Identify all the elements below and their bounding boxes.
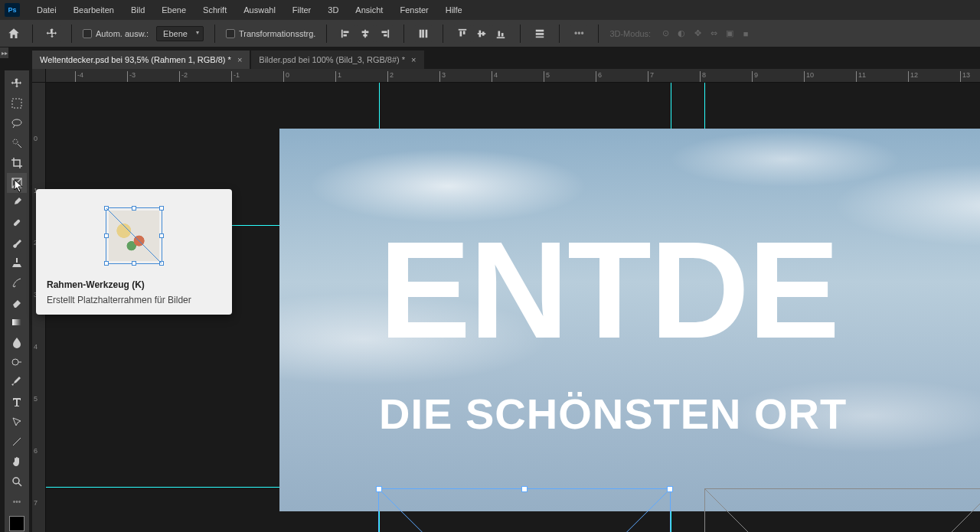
svg-line-37 xyxy=(705,489,980,532)
align-top-icon[interactable] xyxy=(454,25,471,42)
svg-rect-16 xyxy=(479,30,482,37)
svg-rect-4 xyxy=(362,31,369,33)
eyedropper-tool[interactable] xyxy=(7,193,27,213)
3d-orbit-icon[interactable]: ⊙ xyxy=(658,27,672,41)
marquee-tool[interactable] xyxy=(7,93,27,113)
svg-rect-1 xyxy=(344,31,349,33)
frame-selection[interactable] xyxy=(378,488,671,532)
dodge-tool[interactable] xyxy=(7,352,27,372)
left-toolbar: ••• xyxy=(5,70,29,532)
3d-zoom-icon[interactable]: ▣ xyxy=(723,27,737,41)
align-center-v-icon[interactable] xyxy=(473,25,490,42)
svg-point-32 xyxy=(12,359,18,365)
svg-rect-7 xyxy=(382,31,387,33)
svg-line-36 xyxy=(379,489,670,532)
svg-rect-6 xyxy=(388,29,390,38)
ruler-horizontal[interactable]: -4 -3 -2 -1 0 1 2 3 4 5 6 7 8 9 10 11 12… xyxy=(46,69,980,83)
brush-tool[interactable] xyxy=(7,233,27,253)
handle-tr[interactable] xyxy=(667,486,673,492)
hand-tool[interactable] xyxy=(7,452,27,472)
svg-rect-18 xyxy=(497,37,505,38)
menu-window[interactable]: Fenster xyxy=(392,2,436,18)
svg-rect-13 xyxy=(460,31,462,36)
healing-tool[interactable] xyxy=(7,213,27,233)
panel-collapse-icon[interactable]: ▸▸ xyxy=(0,47,8,58)
frame-placeholder[interactable] xyxy=(704,488,980,532)
options-bar: Autom. ausw.: Ebene Transformationsstrg.… xyxy=(0,20,980,47)
menu-help[interactable]: Hilfe xyxy=(438,2,470,18)
handle-tl[interactable] xyxy=(376,486,382,492)
auto-select-checkbox[interactable]: Autom. ausw.: xyxy=(83,29,149,38)
menu-type[interactable]: Schrift xyxy=(195,2,234,18)
svg-line-33 xyxy=(13,438,21,446)
menu-filter[interactable]: Filter xyxy=(285,2,318,18)
align-left-icon[interactable] xyxy=(338,25,354,42)
distribute-v-icon[interactable] xyxy=(531,25,548,42)
lasso-tool[interactable] xyxy=(7,113,27,133)
svg-rect-14 xyxy=(463,31,466,34)
svg-rect-24 xyxy=(12,99,21,108)
menu-layer[interactable]: Ebene xyxy=(154,2,194,18)
svg-rect-19 xyxy=(498,31,501,36)
svg-line-35 xyxy=(379,489,670,532)
align-right-icon[interactable] xyxy=(376,25,393,42)
move-tool-icon[interactable] xyxy=(44,25,60,42)
close-icon[interactable]: × xyxy=(411,55,416,64)
svg-rect-20 xyxy=(501,33,504,36)
move-tool[interactable] xyxy=(7,73,27,93)
align-center-h-icon[interactable] xyxy=(357,25,374,42)
more-options-icon[interactable]: ••• xyxy=(570,25,587,42)
svg-rect-21 xyxy=(536,29,544,31)
artboard: ENTDE DIE SCHÖNSTEN ORT xyxy=(279,129,980,511)
line-tool[interactable] xyxy=(7,432,27,452)
menu-3d[interactable]: 3D xyxy=(320,2,346,18)
menu-view[interactable]: Ansicht xyxy=(348,2,390,18)
svg-rect-5 xyxy=(364,34,368,36)
svg-rect-17 xyxy=(482,31,485,35)
layer-dropdown[interactable]: Ebene xyxy=(156,26,204,41)
svg-rect-23 xyxy=(536,36,544,38)
svg-rect-10 xyxy=(423,29,425,38)
foreground-color[interactable] xyxy=(9,516,24,531)
subline-text: DIE SCHÖNSTEN ORT xyxy=(379,389,847,439)
blur-tool[interactable] xyxy=(7,332,27,352)
close-icon[interactable]: × xyxy=(237,55,242,64)
gradient-tool[interactable] xyxy=(7,312,27,332)
menu-edit[interactable]: Bearbeiten xyxy=(66,2,122,18)
svg-line-38 xyxy=(705,489,980,532)
transform-controls-checkbox[interactable]: Transformationsstrg. xyxy=(226,29,315,38)
3d-slide-icon[interactable]: ⇔ xyxy=(707,27,720,41)
tooltip-preview-icon xyxy=(106,207,162,264)
tab-bilder[interactable]: Bilder.psd bei 100% (Bild_3, RGB/8#) * × xyxy=(251,51,423,69)
3d-roll-icon[interactable]: ◐ xyxy=(675,27,688,41)
ruler-corner[interactable] xyxy=(32,69,46,83)
edit-toolbar-icon[interactable]: ••• xyxy=(7,491,27,511)
eraser-tool[interactable] xyxy=(7,292,27,312)
svg-point-26 xyxy=(13,139,18,144)
svg-rect-11 xyxy=(426,29,428,38)
quick-select-tool[interactable] xyxy=(7,133,27,153)
menu-file[interactable]: Datei xyxy=(29,2,64,18)
frame-tool[interactable] xyxy=(7,173,27,193)
3d-camera-icon[interactable]: ■ xyxy=(739,27,753,41)
svg-rect-22 xyxy=(536,33,544,35)
home-icon[interactable] xyxy=(6,26,21,41)
type-tool[interactable] xyxy=(7,392,27,412)
distribute-icon[interactable] xyxy=(415,25,432,42)
clone-stamp-tool[interactable] xyxy=(7,253,27,273)
3d-pan-icon[interactable]: ✥ xyxy=(691,27,704,41)
headline-text: ENTDE xyxy=(379,228,838,352)
menu-image[interactable]: Bild xyxy=(123,2,152,18)
menu-select[interactable]: Auswahl xyxy=(236,2,283,18)
history-brush-tool[interactable] xyxy=(7,273,27,292)
path-select-tool[interactable] xyxy=(7,412,27,432)
3d-mode-label: 3D-Modus: xyxy=(609,29,651,38)
handle-tm[interactable] xyxy=(521,486,528,492)
svg-rect-3 xyxy=(365,29,367,38)
tab-weltentdecker[interactable]: Weltentdecker.psd bei 93,5% (Rahmen 1, R… xyxy=(32,51,250,69)
document-tabs: Weltentdecker.psd bei 93,5% (Rahmen 1, R… xyxy=(0,47,980,69)
align-bottom-icon[interactable] xyxy=(492,25,509,42)
crop-tool[interactable] xyxy=(7,153,27,173)
zoom-tool[interactable] xyxy=(7,472,27,491)
pen-tool[interactable] xyxy=(7,372,27,392)
